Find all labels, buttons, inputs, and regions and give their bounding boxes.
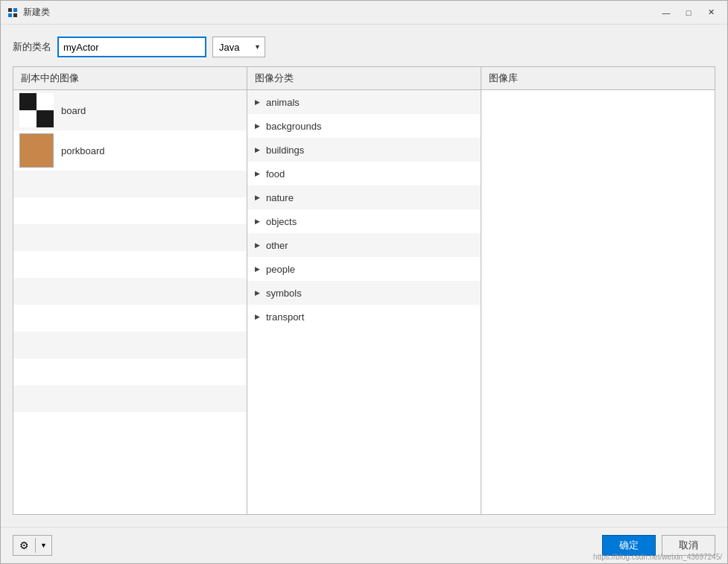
expand-arrow-icon: ▶ <box>255 313 260 320</box>
panels-area: 副本中的图像 board <box>13 66 715 515</box>
expand-arrow-icon: ▶ <box>255 98 260 106</box>
image-category-header: 图像分类 <box>247 67 481 90</box>
category-label: other <box>266 240 288 251</box>
image-item-name: porkboard <box>61 145 105 156</box>
category-label: transport <box>266 311 304 323</box>
list-item-empty <box>13 332 247 358</box>
image-item-name: board <box>61 105 86 116</box>
category-label: objects <box>266 216 297 227</box>
list-item-empty <box>13 224 247 251</box>
category-label: food <box>266 168 285 180</box>
category-item-objects[interactable]: ▶ objects <box>247 209 481 233</box>
dropdown-arrow-icon[interactable]: ▼ <box>36 535 51 556</box>
list-item[interactable]: porkboard <box>13 130 247 171</box>
class-name-label: 新的类名 <box>13 40 51 54</box>
svg-rect-0 <box>8 8 12 12</box>
category-item-food[interactable]: ▶ food <box>247 162 481 186</box>
list-item[interactable]: board <box>13 90 247 130</box>
category-item-buildings[interactable]: ▶ buildings <box>247 138 481 162</box>
maximize-button[interactable]: □ <box>678 5 699 20</box>
category-item-animals[interactable]: ▶ animals <box>247 90 481 114</box>
main-content: 新的类名 Java Python C++ 副本中的图像 <box>1 25 727 527</box>
form-row: 新的类名 Java Python C++ <box>13 37 715 57</box>
expand-arrow-icon: ▶ <box>255 289 260 297</box>
expand-arrow-icon: ▶ <box>255 218 260 225</box>
porkboard-preview <box>19 133 54 168</box>
category-item-people[interactable]: ▶ people <box>247 257 481 281</box>
close-button[interactable]: ✕ <box>700 5 721 20</box>
language-select-wrapper: Java Python C++ <box>212 37 265 57</box>
category-item-symbols[interactable]: ▶ symbols <box>247 281 481 305</box>
image-category-body: ▶ animals ▶ backgrounds ▶ buildings ▶ fo… <box>247 90 481 514</box>
expand-arrow-icon: ▶ <box>255 122 260 130</box>
list-item-empty <box>13 305 247 332</box>
expand-arrow-icon: ▶ <box>255 170 260 177</box>
category-label: backgrounds <box>266 121 321 132</box>
svg-rect-2 <box>8 13 12 17</box>
class-name-input[interactable] <box>57 37 206 57</box>
image-library-panel: 图像库 <box>481 66 715 515</box>
list-item-empty <box>13 197 247 224</box>
category-label: buildings <box>266 145 304 156</box>
watermark: https://blog.csdn.net/weixin_43697245/ <box>593 553 722 561</box>
board-cell <box>37 93 54 110</box>
porkboard-thumbnail <box>19 133 54 168</box>
minimize-button[interactable]: — <box>656 5 677 20</box>
script-images-panel: 副本中的图像 board <box>13 66 247 515</box>
script-images-body: board porkboard <box>13 90 247 514</box>
list-item-empty <box>13 385 247 412</box>
category-item-other[interactable]: ▶ other <box>247 233 481 257</box>
svg-rect-1 <box>13 8 17 12</box>
titlebar-buttons: — □ ✕ <box>656 5 721 20</box>
expand-arrow-icon: ▶ <box>255 146 260 153</box>
script-images-header: 副本中的图像 <box>13 67 247 90</box>
category-label: nature <box>266 192 294 203</box>
board-thumbnail <box>19 93 54 127</box>
gear-menu-button[interactable]: ⚙ ▼ <box>13 535 52 556</box>
list-item-empty <box>13 358 247 385</box>
list-item-empty <box>13 278 247 305</box>
category-item-backgrounds[interactable]: ▶ backgrounds <box>247 114 481 138</box>
category-label: symbols <box>266 288 302 299</box>
board-cell <box>37 110 54 127</box>
board-cell <box>19 93 37 110</box>
image-category-panel: 图像分类 ▶ animals ▶ backgrounds ▶ buildings <box>247 66 481 515</box>
category-item-nature[interactable]: ▶ nature <box>247 186 481 209</box>
category-item-transport[interactable]: ▶ transport <box>247 305 481 329</box>
expand-arrow-icon: ▶ <box>255 241 260 249</box>
expand-arrow-icon: ▶ <box>255 265 260 273</box>
titlebar: 新建类 — □ ✕ <box>1 1 727 25</box>
category-label: animals <box>266 97 300 108</box>
category-label: people <box>266 264 295 275</box>
list-item-empty <box>13 171 247 197</box>
expand-arrow-icon: ▶ <box>255 194 260 201</box>
language-select[interactable]: Java Python C++ <box>212 37 265 57</box>
list-item-empty <box>13 251 247 278</box>
gear-icon: ⚙ <box>13 535 35 556</box>
svg-rect-3 <box>13 13 17 17</box>
board-cell <box>19 110 37 127</box>
window-icon <box>7 7 19 19</box>
image-library-body <box>481 90 715 514</box>
list-item-empty <box>13 412 247 439</box>
window-title: 新建类 <box>23 6 656 19</box>
image-library-header: 图像库 <box>481 67 715 90</box>
main-window: 新建类 — □ ✕ 新的类名 Java Python C++ 副本中的图像 <box>0 0 728 564</box>
